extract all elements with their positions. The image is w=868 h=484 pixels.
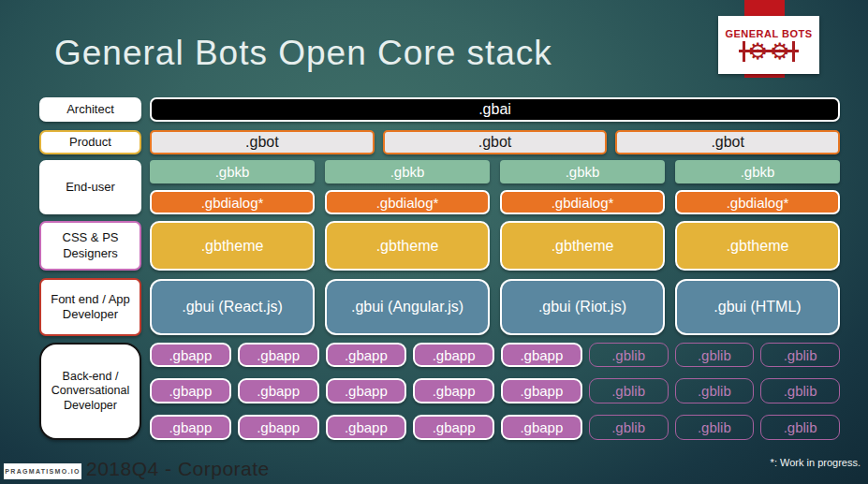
gblib-box: .gblib	[760, 415, 840, 440]
role-label-css-ps-designers: CSS & PS Designers	[39, 221, 141, 271]
layer-row-gbui: .gbui (React.js) .gbui (Angular.js) .gbu…	[150, 279, 840, 335]
gblib-box: .gblib	[675, 343, 755, 367]
gbkb-box: .gbkb	[675, 160, 840, 183]
gblib-box: .gblib	[760, 378, 840, 403]
gear-icon: ⚙	[747, 40, 768, 63]
role-label-front-end-app-developer: Font end / App Developer	[39, 278, 141, 336]
layer-row-gbapp-3: .gbapp .gbapp .gbapp .gbapp .gbapp .gbli…	[150, 415, 840, 440]
brand-logo: GENERAL BOTS ⚙ ⚙	[718, 16, 819, 74]
role-label-back-end-conversational-developer: Back-end / Conversational Developer	[39, 343, 141, 440]
gblib-box: .gblib	[675, 378, 755, 403]
gear-icon: ⚙	[770, 40, 790, 63]
layer-row-gbtheme: .gbtheme .gbtheme .gbtheme .gbtheme	[150, 221, 840, 271]
gbapp-box: .gbapp	[326, 378, 407, 403]
gears-logo-row: ⚙ ⚙	[743, 40, 794, 63]
gbdialog-box: .gbdialog*	[500, 190, 665, 214]
gbtheme-box: .gbtheme	[325, 221, 490, 271]
logo-bar-right	[792, 41, 795, 62]
gbapp-box: .gbapp	[238, 343, 319, 367]
gblib-box: .gblib	[675, 415, 755, 440]
layer-row-gbkb: .gbkb .gbkb .gbkb .gbkb	[150, 160, 840, 183]
gbui-angular-box: .gbui (Angular.js)	[325, 279, 490, 335]
slide: General Bots Open Core stack GENERAL BOT…	[0, 0, 868, 484]
gbapp-box: .gbapp	[413, 415, 494, 440]
gbapp-box: .gbapp	[326, 415, 407, 440]
gbtheme-box: .gbtheme	[150, 221, 315, 271]
logo-bar-left	[743, 41, 745, 62]
gbapp-box: .gbapp	[150, 378, 231, 403]
role-label-product: Product	[39, 130, 141, 154]
gbot-box: .gbot	[383, 130, 608, 154]
gbapp-box: .gbapp	[501, 343, 582, 367]
gblib-box: .gblib	[760, 343, 840, 367]
gbapp-box: .gbapp	[150, 343, 231, 367]
gbai-bar: .gbai	[150, 97, 840, 122]
gbkb-box: .gbkb	[150, 160, 315, 183]
brand-logo-text: GENERAL BOTS	[725, 28, 812, 39]
gbapp-box: .gbapp	[501, 415, 582, 440]
work-in-progress-note: *: Work in progress.	[771, 457, 861, 468]
page-title: General Bots Open Core stack	[54, 34, 552, 73]
layer-row-gbapp-1: .gbapp .gbapp .gbapp .gbapp .gbapp .gbli…	[150, 343, 840, 367]
gbdialog-box: .gbdialog*	[675, 190, 840, 214]
gbui-riot-box: .gbui (Riot.js)	[500, 279, 665, 335]
gbdialog-box: .gbdialog*	[150, 190, 315, 214]
gblib-box: .gblib	[589, 343, 669, 367]
gbui-html-box: .gbui (HTML)	[675, 279, 840, 335]
gbkb-box: .gbkb	[325, 160, 490, 183]
layer-row-gbot: .gbot .gbot .gbot	[150, 130, 840, 154]
pragmatismo-badge: PRAGMATISMO.IO	[4, 463, 81, 479]
gbdialog-box: .gbdialog*	[325, 190, 490, 214]
layer-row-gbdialog: .gbdialog* .gbdialog* .gbdialog* .gbdial…	[150, 190, 840, 214]
role-label-end-user: End-user	[39, 160, 141, 214]
layer-row-gbai: .gbai	[150, 97, 840, 122]
gbkb-box: .gbkb	[500, 160, 665, 183]
gbtheme-box: .gbtheme	[675, 221, 840, 271]
gbapp-box: .gbapp	[150, 415, 231, 440]
footer-edition: 2018Q4 - Corporate	[86, 458, 270, 480]
gbapp-box: .gbapp	[501, 378, 582, 403]
gblib-box: .gblib	[589, 378, 669, 403]
gbapp-box: .gbapp	[413, 378, 494, 403]
gbapp-box: .gbapp	[238, 378, 319, 403]
gblib-box: .gblib	[589, 415, 669, 440]
gbapp-box: .gbapp	[413, 343, 494, 367]
role-label-architect: Architect	[39, 97, 141, 122]
gbapp-box: .gbapp	[326, 343, 407, 367]
gbot-box: .gbot	[615, 130, 840, 154]
gbtheme-box: .gbtheme	[500, 221, 665, 271]
gbapp-box: .gbapp	[238, 415, 319, 440]
gbot-box: .gbot	[150, 130, 375, 154]
layer-row-gbapp-2: .gbapp .gbapp .gbapp .gbapp .gbapp .gbli…	[150, 378, 840, 403]
gbui-react-box: .gbui (React.js)	[150, 279, 315, 335]
